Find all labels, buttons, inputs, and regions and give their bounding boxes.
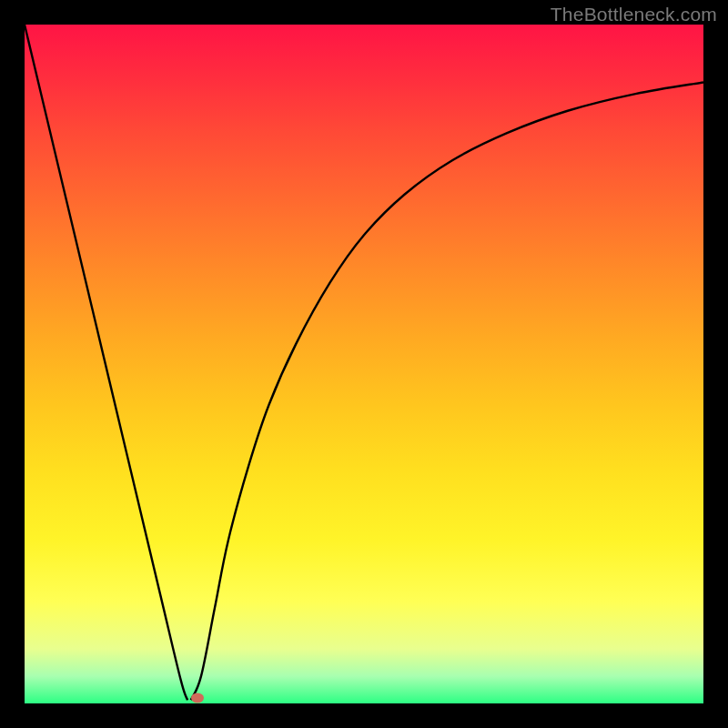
- chart-plot-area: [25, 25, 703, 703]
- curve-right-branch: [191, 82, 703, 700]
- optimal-marker: [191, 693, 204, 703]
- chart-frame: TheBottleneck.com: [0, 0, 728, 728]
- watermark-text: TheBottleneck.com: [551, 4, 717, 25]
- bottleneck-curve: [25, 25, 703, 703]
- curve-left-branch: [25, 25, 187, 700]
